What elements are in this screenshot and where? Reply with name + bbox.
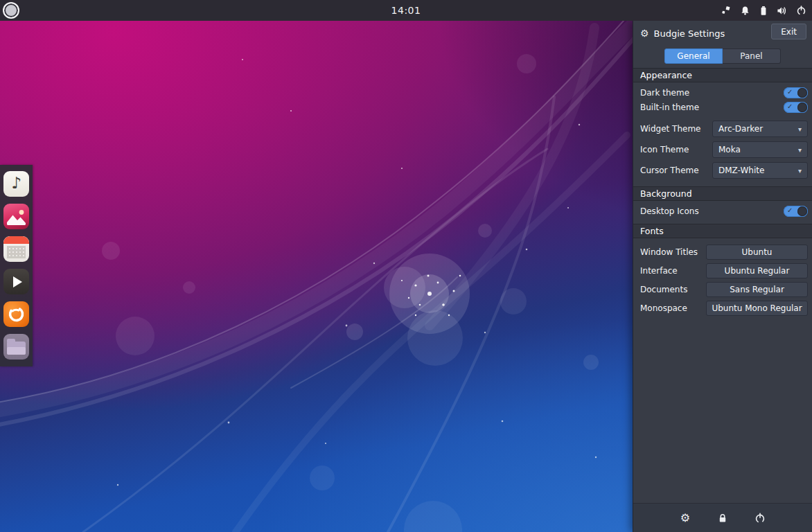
interface-label: Interface [640,266,706,276]
panel-clock[interactable]: 14:01 [0,5,812,16]
desktop: 14:01 [0,0,812,532]
network-icon[interactable] [721,5,732,16]
gear-icon: ⚙ [640,28,649,39]
cursor-theme-dropdown[interactable]: DMZ-White ▾ [712,162,808,179]
panel-title: Budgie Settings [654,28,725,39]
chevron-down-icon: ▾ [798,146,802,154]
budgie-settings-panel: ⚙ Budgie Settings Exit General Panel App… [633,21,812,532]
dock-item-firefox[interactable] [3,301,29,327]
widget-theme-dropdown[interactable]: Arc-Darker ▾ [712,121,808,137]
settings-gear-button[interactable]: ⚙ [678,511,693,526]
dock-item-video-player[interactable] [3,269,29,294]
setting-row-desktop-icons: Desktop Icons ✓ [633,204,812,218]
monospace-font-button[interactable]: Ubuntu Mono Regular [706,301,808,316]
top-panel: 14:01 [0,0,812,21]
check-icon: ✓ [787,206,793,214]
dock-item-music[interactable]: ♪ [3,171,29,197]
battery-icon[interactable] [758,5,769,16]
lock-button[interactable] [715,511,730,526]
tab-panel[interactable]: Panel [723,48,781,64]
setting-row-documents: Documents Sans Regular [633,280,812,299]
lock-icon [717,513,728,524]
dock-item-files[interactable] [3,334,29,360]
volume-icon[interactable] [777,5,788,16]
setting-row-cursor-theme: Cursor Theme DMZ-White ▾ [633,160,812,181]
raven-footer: ⚙ [633,503,812,532]
chevron-down-icon: ▾ [798,167,802,175]
desktop-icons-toggle[interactable]: ✓ [784,206,808,217]
icon-theme-dropdown[interactable]: Moka ▾ [712,141,808,158]
check-icon: ✓ [787,103,793,110]
monospace-label: Monospace [640,303,706,313]
dock: ♪ [0,165,33,366]
dark-theme-toggle[interactable]: ✓ [784,87,808,98]
interface-font-button[interactable]: Ubuntu Regular [706,263,808,278]
widget-theme-value: Arc-Darker [718,124,798,134]
dark-theme-label: Dark theme [640,88,784,98]
window-titles-label: Window Titles [640,247,706,257]
raven-header: ⚙ Budgie Settings Exit [633,24,812,43]
tab-general[interactable]: General [664,48,723,64]
window-titles-font-button[interactable]: Ubuntu [706,245,808,260]
system-tray [721,0,806,21]
photos-icon [3,204,29,229]
dock-item-photos[interactable] [3,204,29,229]
play-icon [13,276,22,287]
setting-row-built-in-theme: Built-in theme ✓ [633,100,812,114]
notifications-bell-icon[interactable] [739,5,750,16]
firefox-icon [3,301,29,327]
setting-row-dark-theme: Dark theme ✓ [633,85,812,100]
setting-row-icon-theme: Icon Theme Moka ▾ [633,139,812,160]
documents-label: Documents [640,285,706,294]
section-fonts: Fonts [633,224,812,238]
gear-icon: ⚙ [680,511,690,524]
icon-theme-label: Icon Theme [640,145,712,154]
built-in-theme-label: Built-in theme [640,103,784,112]
built-in-theme-toggle[interactable]: ✓ [784,102,808,113]
section-appearance: Appearance [633,68,812,82]
dock-item-calendar[interactable] [3,236,29,262]
music-note-icon: ♪ [11,175,21,191]
calendar-icon [3,236,29,244]
desktop-icons-label: Desktop Icons [640,206,784,216]
setting-row-widget-theme: Widget Theme Arc-Darker ▾ [633,118,812,139]
cursor-theme-label: Cursor Theme [640,166,712,175]
power-icon[interactable] [795,5,806,16]
power-button[interactable] [752,511,768,526]
chevron-down-icon: ▾ [798,125,802,133]
documents-font-button[interactable]: Sans Regular [706,282,808,297]
check-icon: ✓ [787,88,793,96]
setting-row-interface: Interface Ubuntu Regular [633,261,812,280]
setting-row-window-titles: Window Titles Ubuntu [633,242,812,261]
section-background: Background [633,186,812,201]
raven-tabs: General Panel [633,48,812,64]
widget-theme-label: Widget Theme [640,124,712,134]
folder-icon [7,342,26,355]
cursor-theme-value: DMZ-White [718,166,798,175]
exit-button[interactable]: Exit [771,24,806,39]
power-icon [754,513,766,524]
icon-theme-value: Moka [718,145,798,154]
setting-row-monospace: Monospace Ubuntu Mono Regular [633,299,812,317]
